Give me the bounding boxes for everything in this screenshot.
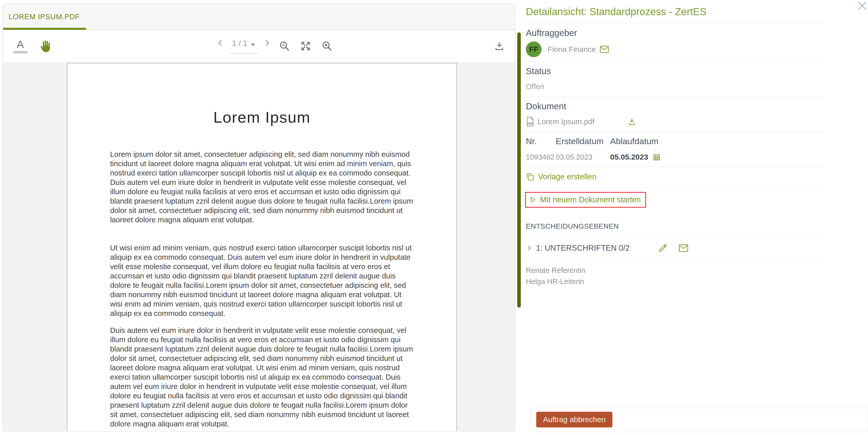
pdf-canvas[interactable]: Lorem Ipsum Lorem ipsum dolor sit amet, … (3, 62, 515, 431)
pdf-page: Lorem Ipsum Lorem ipsum dolor sit amet, … (67, 63, 457, 431)
pdf-viewer: LOREM IPSUM.PDF A 1 / 1 (3, 4, 515, 431)
next-page-button[interactable] (264, 39, 271, 46)
decision-level-row[interactable]: 1: UNTERSCHRIFTEN 0/2 (526, 237, 825, 259)
dokument-heading: Dokument (526, 101, 825, 111)
fullscreen-button[interactable] (300, 40, 311, 52)
level-members: Renate Referentin Helga HR-Leiterin (526, 259, 825, 287)
download-icon (494, 41, 505, 51)
start-new-document-label: Mit neuem Dokument starten (540, 195, 641, 204)
tab-lorem-ipsum-pdf[interactable]: LOREM IPSUM.PDF (3, 4, 86, 29)
section-meta: Nr. Erstelldatum Ablaufdatum 1093462 03.… (526, 132, 825, 167)
page-indicator: 1 / 1 (232, 39, 247, 48)
pan-tool-button[interactable] (38, 39, 52, 53)
level-label: 1: UNTERSCHRIFTEN 0/2 (536, 243, 630, 253)
status-heading: Status (526, 66, 825, 76)
close-icon (856, 1, 867, 12)
svg-text:PDF: PDF (528, 122, 533, 125)
ablaufdatum-label: Ablaufdatum (610, 136, 658, 146)
highlight-box: Mit neuem Dokument starten (525, 192, 646, 208)
page-indicator-dropdown[interactable]: 1 / 1 (229, 38, 258, 54)
section-auftraggeber: Auftraggeber FF Fiona Finance (526, 24, 825, 62)
pdf-paragraph: Duis autem vel eum iriure dolor in hendr… (110, 326, 414, 428)
owner-email-button[interactable] (600, 45, 609, 53)
download-green-icon (627, 117, 637, 126)
pdf-toolbar: A 1 / 1 (3, 30, 515, 62)
envelope-icon (679, 244, 688, 252)
pdf-file-icon: PDF (526, 117, 534, 127)
panel-title: Detailansicht: Standardprozess - ZertES (526, 0, 825, 24)
create-template-label: Vorlage erstellen (538, 172, 596, 181)
notify-level-button[interactable] (679, 244, 688, 252)
nr-value: 1093462 (526, 153, 556, 161)
zoom-in-button[interactable] (321, 40, 333, 52)
text-tool-button[interactable]: A (13, 39, 27, 53)
hand-icon (38, 39, 52, 53)
page-navigation: 1 / 1 (216, 38, 271, 54)
chevron-right-icon (264, 39, 271, 46)
download-document-button[interactable] (494, 41, 505, 51)
font-underline-bar (13, 51, 27, 53)
calendar-icon (653, 153, 661, 161)
calendar-picker-button[interactable] (653, 153, 661, 161)
tab-label: LOREM IPSUM.PDF (9, 13, 80, 21)
envelope-icon (600, 45, 609, 53)
section-dokument: Dokument PDF Lorem Ipsum.pdf (526, 97, 825, 132)
panel-footer: Auftrag abbrechen (531, 408, 868, 432)
edit-level-button[interactable] (658, 243, 668, 253)
pdf-paragraph: Lorem ipsum dolor sit amet, consectetuer… (110, 149, 414, 224)
member-name: Helga HR-Leiterin (526, 276, 825, 287)
start-new-document-link[interactable]: Mit neuem Dokument starten (529, 195, 641, 204)
fullscreen-expand-icon (300, 40, 311, 52)
section-status: Status Offen (526, 62, 825, 97)
pdf-document-title: Lorem Ipsum (67, 108, 457, 126)
section-vorlage: Vorlage erstellen (526, 167, 825, 188)
owner-name: Fiona Finance (548, 45, 596, 54)
member-name: Renate Referentin (526, 265, 825, 276)
font-a-icon: A (17, 39, 24, 50)
copy-template-icon (526, 172, 534, 181)
detail-panel: Detailansicht: Standardprozess - ZertES … (526, 0, 868, 435)
ablaufdatum-value: 05.05.2023 (610, 153, 648, 161)
close-dialog-button[interactable] (856, 1, 867, 12)
owner-row: FF Fiona Finance (526, 41, 825, 57)
meta-values-row: 1093462 03.05.2023 05.05.2023 (526, 153, 825, 161)
meta-labels-row: Nr. Erstelldatum Ablaufdatum (526, 136, 825, 146)
auftraggeber-heading: Auftraggeber (526, 28, 825, 38)
startnew-wrap: Mit neuem Dokument starten (526, 192, 825, 208)
previous-page-button[interactable] (216, 39, 224, 46)
zoom-in-icon (321, 40, 333, 52)
erstelldatum-value: 03.05.2023 (556, 153, 610, 161)
entscheidungsebenen-heading: ENTSCHEIDUNGSEBENEN (526, 222, 825, 230)
status-value: Offen (526, 82, 825, 91)
document-tabbar: LOREM IPSUM.PDF (3, 4, 515, 30)
cancel-order-button[interactable]: Auftrag abbrechen (536, 412, 612, 427)
section-entscheidungsebenen: ENTSCHEIDUNGSEBENEN (526, 222, 825, 237)
erstelldatum-label: Erstelldatum (556, 136, 610, 146)
chevron-left-icon (216, 39, 224, 46)
pdf-paragraph: Ut wisi enim ad minim veniam, quis nostr… (110, 243, 414, 318)
zoom-out-button[interactable] (279, 40, 290, 52)
document-row: PDF Lorem Ipsum.pdf (526, 117, 825, 127)
panel-scrollbar-thumb[interactable] (517, 32, 521, 307)
zoom-controls (279, 40, 333, 52)
document-filename: Lorem Ipsum.pdf (537, 118, 594, 126)
ablaufdatum-field: 05.05.2023 (610, 153, 661, 161)
zoom-out-icon (279, 40, 290, 52)
avatar: FF (526, 41, 541, 57)
chevron-right-icon (526, 245, 532, 252)
create-template-link[interactable]: Vorlage erstellen (526, 172, 596, 181)
document-download-button[interactable] (627, 117, 637, 126)
pencil-icon (658, 243, 668, 253)
play-icon (529, 196, 536, 204)
nr-label: Nr. (526, 136, 556, 146)
caret-down-icon (251, 43, 255, 46)
